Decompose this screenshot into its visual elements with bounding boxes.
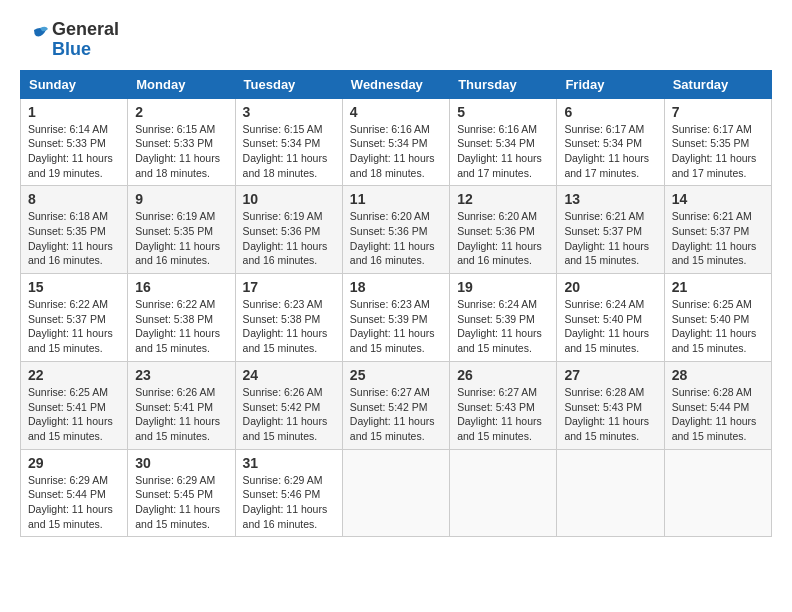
day-number: 12 [457,191,549,207]
day-info: Sunrise: 6:25 AMSunset: 5:40 PMDaylight:… [672,298,757,354]
day-number: 8 [28,191,120,207]
day-number: 21 [672,279,764,295]
day-number: 9 [135,191,227,207]
calendar-cell: 3Sunrise: 6:15 AMSunset: 5:34 PMDaylight… [235,98,342,186]
day-number: 27 [564,367,656,383]
calendar-cell: 11Sunrise: 6:20 AMSunset: 5:36 PMDayligh… [342,186,449,274]
day-number: 31 [243,455,335,471]
calendar-header-sunday: Sunday [21,70,128,98]
day-info: Sunrise: 6:21 AMSunset: 5:37 PMDaylight:… [564,210,649,266]
day-info: Sunrise: 6:29 AMSunset: 5:44 PMDaylight:… [28,474,113,530]
calendar-cell: 18Sunrise: 6:23 AMSunset: 5:39 PMDayligh… [342,274,449,362]
calendar-cell: 10Sunrise: 6:19 AMSunset: 5:36 PMDayligh… [235,186,342,274]
calendar-week-row: 22Sunrise: 6:25 AMSunset: 5:41 PMDayligh… [21,361,772,449]
day-number: 28 [672,367,764,383]
day-number: 2 [135,104,227,120]
calendar-cell: 7Sunrise: 6:17 AMSunset: 5:35 PMDaylight… [664,98,771,186]
day-info: Sunrise: 6:28 AMSunset: 5:43 PMDaylight:… [564,386,649,442]
calendar-cell [664,449,771,537]
day-number: 13 [564,191,656,207]
day-info: Sunrise: 6:26 AMSunset: 5:41 PMDaylight:… [135,386,220,442]
day-number: 26 [457,367,549,383]
calendar-cell: 14Sunrise: 6:21 AMSunset: 5:37 PMDayligh… [664,186,771,274]
day-info: Sunrise: 6:16 AMSunset: 5:34 PMDaylight:… [457,123,542,179]
calendar-week-row: 29Sunrise: 6:29 AMSunset: 5:44 PMDayligh… [21,449,772,537]
day-number: 5 [457,104,549,120]
calendar-cell: 29Sunrise: 6:29 AMSunset: 5:44 PMDayligh… [21,449,128,537]
day-number: 19 [457,279,549,295]
logo: General Blue [20,20,119,60]
day-number: 20 [564,279,656,295]
calendar-cell: 27Sunrise: 6:28 AMSunset: 5:43 PMDayligh… [557,361,664,449]
day-number: 30 [135,455,227,471]
day-info: Sunrise: 6:28 AMSunset: 5:44 PMDaylight:… [672,386,757,442]
day-number: 29 [28,455,120,471]
calendar-header-monday: Monday [128,70,235,98]
calendar-cell: 30Sunrise: 6:29 AMSunset: 5:45 PMDayligh… [128,449,235,537]
day-info: Sunrise: 6:27 AMSunset: 5:42 PMDaylight:… [350,386,435,442]
calendar-cell: 12Sunrise: 6:20 AMSunset: 5:36 PMDayligh… [450,186,557,274]
day-info: Sunrise: 6:15 AMSunset: 5:34 PMDaylight:… [243,123,328,179]
day-info: Sunrise: 6:18 AMSunset: 5:35 PMDaylight:… [28,210,113,266]
day-info: Sunrise: 6:26 AMSunset: 5:42 PMDaylight:… [243,386,328,442]
day-number: 16 [135,279,227,295]
calendar-week-row: 15Sunrise: 6:22 AMSunset: 5:37 PMDayligh… [21,274,772,362]
calendar-header-thursday: Thursday [450,70,557,98]
day-info: Sunrise: 6:23 AMSunset: 5:39 PMDaylight:… [350,298,435,354]
calendar-week-row: 8Sunrise: 6:18 AMSunset: 5:35 PMDaylight… [21,186,772,274]
day-info: Sunrise: 6:20 AMSunset: 5:36 PMDaylight:… [457,210,542,266]
calendar-cell: 8Sunrise: 6:18 AMSunset: 5:35 PMDaylight… [21,186,128,274]
day-info: Sunrise: 6:17 AMSunset: 5:35 PMDaylight:… [672,123,757,179]
day-info: Sunrise: 6:24 AMSunset: 5:39 PMDaylight:… [457,298,542,354]
day-info: Sunrise: 6:19 AMSunset: 5:36 PMDaylight:… [243,210,328,266]
calendar-cell [342,449,449,537]
day-info: Sunrise: 6:14 AMSunset: 5:33 PMDaylight:… [28,123,113,179]
calendar-cell: 16Sunrise: 6:22 AMSunset: 5:38 PMDayligh… [128,274,235,362]
day-number: 6 [564,104,656,120]
logo-bird-icon [20,26,48,54]
calendar-cell: 1Sunrise: 6:14 AMSunset: 5:33 PMDaylight… [21,98,128,186]
calendar-cell: 9Sunrise: 6:19 AMSunset: 5:35 PMDaylight… [128,186,235,274]
calendar-header-friday: Friday [557,70,664,98]
calendar-cell: 2Sunrise: 6:15 AMSunset: 5:33 PMDaylight… [128,98,235,186]
calendar-header-row: SundayMondayTuesdayWednesdayThursdayFrid… [21,70,772,98]
calendar-week-row: 1Sunrise: 6:14 AMSunset: 5:33 PMDaylight… [21,98,772,186]
calendar-header-saturday: Saturday [664,70,771,98]
day-info: Sunrise: 6:27 AMSunset: 5:43 PMDaylight:… [457,386,542,442]
logo: General Blue [20,20,119,60]
day-number: 24 [243,367,335,383]
day-info: Sunrise: 6:17 AMSunset: 5:34 PMDaylight:… [564,123,649,179]
day-number: 17 [243,279,335,295]
calendar-cell: 31Sunrise: 6:29 AMSunset: 5:46 PMDayligh… [235,449,342,537]
day-info: Sunrise: 6:29 AMSunset: 5:46 PMDaylight:… [243,474,328,530]
day-number: 1 [28,104,120,120]
calendar-cell: 26Sunrise: 6:27 AMSunset: 5:43 PMDayligh… [450,361,557,449]
page-header: General Blue [20,20,772,60]
day-number: 25 [350,367,442,383]
day-number: 7 [672,104,764,120]
calendar-header-tuesday: Tuesday [235,70,342,98]
calendar-cell: 23Sunrise: 6:26 AMSunset: 5:41 PMDayligh… [128,361,235,449]
day-info: Sunrise: 6:20 AMSunset: 5:36 PMDaylight:… [350,210,435,266]
calendar-cell: 17Sunrise: 6:23 AMSunset: 5:38 PMDayligh… [235,274,342,362]
day-info: Sunrise: 6:24 AMSunset: 5:40 PMDaylight:… [564,298,649,354]
day-number: 18 [350,279,442,295]
day-info: Sunrise: 6:29 AMSunset: 5:45 PMDaylight:… [135,474,220,530]
calendar-cell: 28Sunrise: 6:28 AMSunset: 5:44 PMDayligh… [664,361,771,449]
calendar-cell: 22Sunrise: 6:25 AMSunset: 5:41 PMDayligh… [21,361,128,449]
calendar-cell: 20Sunrise: 6:24 AMSunset: 5:40 PMDayligh… [557,274,664,362]
calendar-cell: 15Sunrise: 6:22 AMSunset: 5:37 PMDayligh… [21,274,128,362]
calendar-header-wednesday: Wednesday [342,70,449,98]
calendar-cell: 6Sunrise: 6:17 AMSunset: 5:34 PMDaylight… [557,98,664,186]
calendar-cell [557,449,664,537]
day-number: 23 [135,367,227,383]
day-number: 22 [28,367,120,383]
calendar-cell: 21Sunrise: 6:25 AMSunset: 5:40 PMDayligh… [664,274,771,362]
day-number: 4 [350,104,442,120]
calendar-cell: 13Sunrise: 6:21 AMSunset: 5:37 PMDayligh… [557,186,664,274]
day-info: Sunrise: 6:23 AMSunset: 5:38 PMDaylight:… [243,298,328,354]
calendar-cell: 4Sunrise: 6:16 AMSunset: 5:34 PMDaylight… [342,98,449,186]
day-number: 10 [243,191,335,207]
day-info: Sunrise: 6:21 AMSunset: 5:37 PMDaylight:… [672,210,757,266]
day-info: Sunrise: 6:19 AMSunset: 5:35 PMDaylight:… [135,210,220,266]
